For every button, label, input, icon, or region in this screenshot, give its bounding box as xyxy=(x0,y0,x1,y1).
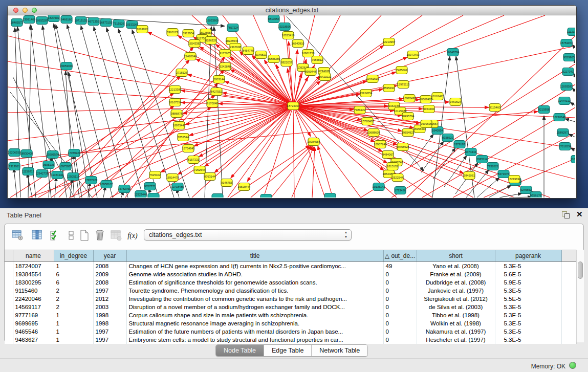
graph-node[interactable]: 16421022 xyxy=(319,73,332,81)
column-header-title[interactable]: title xyxy=(126,250,383,262)
graph-node[interactable]: 17359924 xyxy=(68,149,81,157)
graph-node[interactable]: 15219692 xyxy=(508,176,521,183)
graph-node[interactable] xyxy=(212,194,223,198)
graph-node[interactable]: 18325419 xyxy=(282,32,295,39)
graph-node[interactable]: 1733426 xyxy=(395,187,406,194)
graph-node[interactable]: 20206576 xyxy=(47,151,59,159)
graph-node[interactable]: 11451944 xyxy=(51,171,63,179)
table-row[interactable]: 1456911722003Disruption of a novel membe… xyxy=(5,303,576,311)
graph-node[interactable]: 26206550 xyxy=(8,149,21,157)
table-row[interactable]: 946362711997Embryonic stem cells: a mode… xyxy=(5,336,576,344)
graph-node[interactable]: 12444132 xyxy=(558,97,571,105)
graph-node[interactable]: 9242848 xyxy=(220,63,231,71)
graph-node[interactable]: 16543382 xyxy=(188,40,201,48)
graph-node[interactable]: 1527602 xyxy=(48,15,59,22)
graph-node[interactable]: 16033809 xyxy=(206,17,219,25)
graph-node[interactable]: 9484067 xyxy=(382,151,394,159)
graph-node[interactable]: 8822037 xyxy=(281,59,292,67)
graph-node[interactable]: 2803144 xyxy=(213,76,225,83)
graph-node[interactable]: 9329965 xyxy=(563,54,575,61)
graph-node[interactable]: 16873155 xyxy=(100,19,113,27)
graph-node[interactable]: 10975887 xyxy=(59,163,72,170)
network-canvas[interactable]: 1872400718405572230914061065328715276026… xyxy=(8,15,575,198)
graph-node[interactable] xyxy=(148,193,159,198)
graph-node[interactable]: 16914479 xyxy=(166,174,179,182)
graph-node[interactable]: 15892971 xyxy=(557,129,570,137)
column-header-name[interactable]: name xyxy=(13,250,54,262)
graph-node[interactable]: 2522544 xyxy=(392,174,403,182)
graph-node[interactable]: 16640910 xyxy=(292,40,304,48)
close-panel-icon[interactable]: ✕ xyxy=(576,210,583,219)
network-view-window[interactable]: citations_edges.txt 18724007184055722309… xyxy=(7,5,577,199)
graph-node[interactable]: 7932621 xyxy=(487,163,498,170)
graph-node[interactable]: 17957223 xyxy=(85,177,98,184)
graph-node[interactable]: 9146755 xyxy=(221,179,232,187)
column-header-out_degree[interactable]: △ out_de... xyxy=(383,250,417,262)
graph-node[interactable]: 18907249 xyxy=(374,141,387,148)
graph-node[interactable]: 9245652 xyxy=(520,186,532,194)
graph-node[interactable]: 12975115 xyxy=(397,81,409,89)
graph-node[interactable]: 7485063 xyxy=(396,67,407,74)
table-row[interactable]: 1830029562008Estimation of significance … xyxy=(5,278,576,287)
graph-node[interactable]: 8763144 xyxy=(204,173,215,181)
column-header-pagerank[interactable]: pagerank xyxy=(495,250,561,262)
graph-node[interactable]: 9505135 xyxy=(43,161,54,169)
graph-node[interactable]: 8454749 xyxy=(243,47,254,55)
graph-node[interactable]: 13718485 xyxy=(171,183,184,191)
graph-node[interactable]: 16648784 xyxy=(447,49,460,56)
graph-node[interactable]: 11675311 xyxy=(571,156,575,163)
graph-node[interactable]: 10107554 xyxy=(169,99,182,106)
graph-node[interactable]: 9115460 xyxy=(489,104,500,112)
graph-node[interactable]: 22420046 xyxy=(184,53,197,60)
new-document-icon[interactable] xyxy=(77,229,92,243)
citation-network-graph[interactable]: 1872400718405572230914061065328715276026… xyxy=(8,15,575,198)
graph-node[interactable]: 9154469 xyxy=(423,105,434,113)
graph-node[interactable]: 2367608 xyxy=(230,43,241,51)
column-header-in_degree[interactable]: in_degree xyxy=(54,250,93,262)
graph-node[interactable]: 6466160 xyxy=(61,16,72,24)
graph-node[interactable]: 18973441 xyxy=(173,122,186,129)
graph-node[interactable]: 18405572 xyxy=(11,19,24,27)
graph-node[interactable]: 10973493 xyxy=(407,51,420,59)
graph-node[interactable]: 12213967 xyxy=(383,38,396,46)
graph-node[interactable]: 16210643 xyxy=(553,114,566,121)
column-header-year[interactable]: year xyxy=(93,250,126,262)
graph-node[interactable]: 9463627 xyxy=(450,98,461,106)
graph-node[interactable]: 4671355 xyxy=(88,18,99,26)
graph-node[interactable]: 12093582 xyxy=(560,83,573,91)
graph-node[interactable]: 9474444 xyxy=(465,148,476,156)
table-scrollbar-thumb[interactable] xyxy=(578,261,583,279)
graph-node[interactable]: 10161427 xyxy=(431,93,444,100)
graph-node[interactable]: 12923448 xyxy=(135,191,147,198)
graph-node[interactable]: 8427552 xyxy=(211,88,222,96)
tab-edge-table[interactable]: Edge Table xyxy=(264,345,312,356)
graph-node[interactable] xyxy=(324,193,336,198)
table-row[interactable]: 1872400712008Changes of HCN gene express… xyxy=(5,262,576,271)
graph-node[interactable]: 19654923 xyxy=(402,129,415,137)
graph-node[interactable]: 16538444 xyxy=(238,183,251,191)
graph-node[interactable]: 15720407 xyxy=(361,118,374,125)
graph-node[interactable]: 2718126 xyxy=(176,69,187,77)
graph-node[interactable]: 9146821 xyxy=(255,51,267,59)
graph-node[interactable]: 18495794 xyxy=(402,113,415,120)
graph-node[interactable]: 9857771 xyxy=(144,183,156,190)
graph-node[interactable]: 2935114 xyxy=(476,156,488,163)
graph-node[interactable]: 12942737 xyxy=(36,170,49,178)
graph-node[interactable]: 20053346 xyxy=(60,62,73,70)
table-row[interactable]: 2242004622012Investigating the contribut… xyxy=(5,295,576,303)
graph-node[interactable]: 9175685 xyxy=(220,50,231,57)
graph-node[interactable]: 9227341 xyxy=(562,68,574,76)
graph-node[interactable]: 6379197 xyxy=(454,141,465,148)
graph-node[interactable]: 13124554 xyxy=(360,90,373,97)
delete-table-icon[interactable] xyxy=(93,229,107,243)
network-window-titlebar[interactable]: citations_edges.txt xyxy=(8,6,576,15)
table-settings-icon[interactable] xyxy=(11,229,25,243)
float-window-icon[interactable] xyxy=(562,211,570,218)
graph-node[interactable]: 3313911 xyxy=(9,163,20,170)
row-checks-icon[interactable] xyxy=(49,229,63,243)
graph-node[interactable]: 19136141 xyxy=(373,183,385,191)
graph-node[interactable]: 16754945 xyxy=(182,145,195,152)
table-row[interactable]: 977716911998Corpus callosum shape and si… xyxy=(5,311,576,319)
tab-node-table[interactable]: Node Table xyxy=(216,345,264,356)
graph-node[interactable]: 19218596 xyxy=(278,23,291,31)
